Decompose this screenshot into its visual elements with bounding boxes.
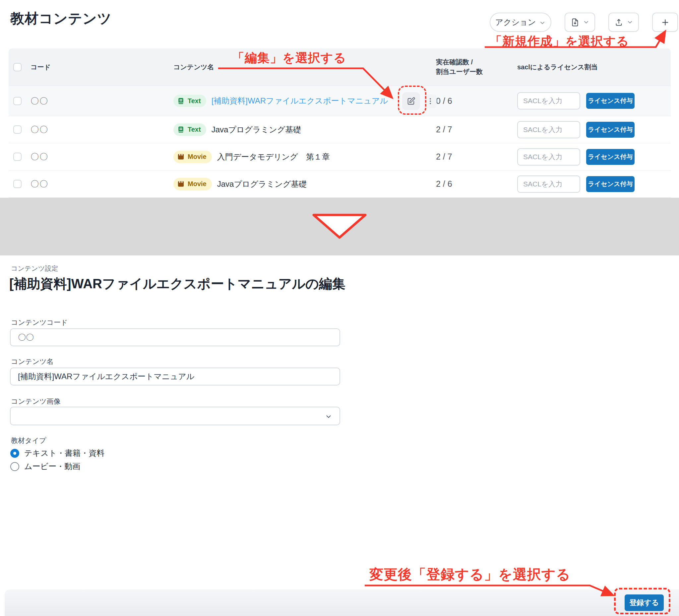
book-icon [177, 97, 185, 105]
chevron-down-icon [325, 413, 332, 422]
annotation-create-new: 「新規作成」を選択する [490, 33, 629, 50]
grant-license-button[interactable]: ライセンス付与 [586, 149, 635, 165]
column-header-count: 実在確認数 / 割当ユーザー数 [436, 57, 517, 76]
grant-license-button[interactable]: ライセンス付与 [586, 93, 635, 109]
action-dropdown-button[interactable]: アクション [490, 12, 551, 32]
content-name: Javaプログラミング基礎 [217, 179, 307, 189]
table-row: 〇〇 Movie 入門データモデリング 第１章 2 / 7 [9, 143, 671, 171]
annotation-edit: 「編集」を選択する [232, 50, 347, 66]
content-management-page: 教材コンテンツ アクション [0, 0, 679, 616]
upload-dropdown-button[interactable] [608, 12, 639, 32]
more-options-button[interactable] [424, 94, 437, 108]
radio-option-label: ムービー・動画 [24, 461, 80, 472]
assignment-count: 2 / 6 [436, 179, 517, 189]
row-checkbox[interactable] [13, 97, 22, 105]
file-download-icon [571, 18, 580, 27]
down-triangle-icon [0, 198, 679, 255]
content-name: Javaプログラミング基礎 [212, 124, 301, 135]
create-new-button[interactable] [652, 12, 678, 32]
row-code: 〇〇 [31, 151, 173, 162]
kebab-menu-icon [427, 97, 434, 105]
upload-icon [614, 18, 623, 27]
page-title: 教材コンテンツ [10, 9, 112, 28]
row-code: 〇〇 [31, 96, 173, 106]
radio-selected-icon[interactable] [10, 449, 19, 458]
action-dropdown-label: アクション [495, 17, 536, 28]
table-row: 〇〇 Text [補助資料]WARファイルエクスポートマニュアル [9, 86, 671, 116]
type-badge-text: Text [173, 123, 206, 136]
content-name-field[interactable] [10, 368, 340, 386]
assignment-count: 2 / 7 [436, 125, 517, 134]
row-checkbox[interactable] [13, 180, 22, 188]
content-table: コード コンテンツ名 実在確認数 / 割当ユーザー数 saclによるライセンス割… [9, 49, 671, 198]
row-code: 〇〇 [31, 124, 173, 135]
sacl-input[interactable] [517, 176, 580, 193]
radio-unselected-icon[interactable] [10, 462, 19, 471]
row-checkbox[interactable] [13, 153, 22, 161]
column-header-license: saclによるライセンス割当 [517, 62, 671, 72]
select-all-checkbox[interactable] [13, 63, 22, 71]
grant-license-button[interactable]: ライセンス付与 [586, 176, 635, 192]
table-row: 〇〇 Text Javaプログラミング基礎 2 / 7 [9, 116, 671, 143]
sacl-input[interactable] [517, 121, 580, 138]
movie-icon [177, 153, 185, 160]
chevron-down-icon [583, 19, 589, 26]
sacl-input[interactable] [517, 92, 580, 110]
type-badge-text: Text [173, 95, 206, 107]
content-image-select[interactable] [10, 407, 340, 425]
type-badge-movie: Movie [173, 151, 212, 163]
form-title: [補助資料]WARファイルエクスポートマニュアルの編集 [9, 275, 346, 293]
assignment-count: 0 / 6 [436, 96, 517, 106]
grant-license-button[interactable]: ライセンス付与 [586, 122, 635, 138]
material-type-label: 教材タイプ [11, 436, 46, 445]
content-name: 入門データモデリング 第１章 [217, 152, 330, 162]
radio-option-movie[interactable]: ムービー・動画 [10, 461, 80, 472]
annotation-register: 変更後「登録する」を選択する [369, 565, 571, 584]
table-row: 〇〇 Movie Javaプログラミング基礎 2 / 6 [9, 171, 671, 198]
book-icon [177, 126, 185, 133]
content-name-label: コンテンツ名 [11, 357, 53, 366]
toolbar: アクション [490, 12, 678, 32]
column-header-code: コード [31, 62, 173, 72]
section-divider-band [0, 198, 679, 255]
row-checkbox[interactable] [13, 125, 22, 134]
footer-bar [5, 589, 679, 616]
content-name-link[interactable]: [補助資料]WARファイルエクスポートマニュアル [212, 96, 388, 106]
chevron-down-icon [539, 19, 546, 26]
content-image-label: コンテンツ画像 [11, 397, 60, 406]
content-code-field[interactable] [10, 329, 340, 346]
register-button[interactable]: 登録する [625, 594, 664, 611]
type-badge-movie: Movie [173, 178, 212, 190]
content-code-label: コンテンツコード [11, 318, 68, 327]
assignment-count: 2 / 7 [436, 152, 517, 161]
breadcrumb-section-label: コンテンツ設定 [11, 264, 58, 273]
row-code: 〇〇 [31, 179, 173, 189]
download-dropdown-button[interactable] [564, 12, 595, 32]
edit-pencil-icon [407, 96, 416, 106]
movie-icon [177, 180, 185, 188]
plus-icon [661, 18, 670, 27]
chevron-down-icon [626, 19, 633, 26]
edit-button[interactable] [402, 92, 420, 110]
radio-option-text[interactable]: テキスト・書籍・資料 [10, 448, 104, 458]
sacl-input[interactable] [517, 148, 580, 165]
radio-option-label: テキスト・書籍・資料 [24, 448, 104, 458]
